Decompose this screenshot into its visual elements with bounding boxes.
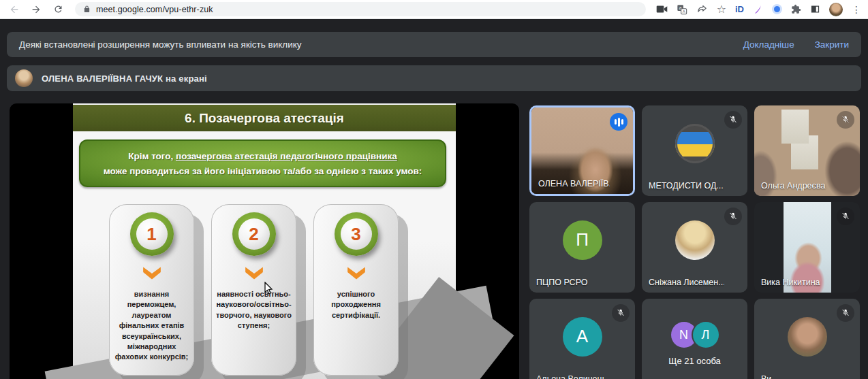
camera-icon[interactable] (656, 5, 668, 14)
participant-name: Ольга Андреєва (761, 181, 837, 191)
ukraine-flag-avatar (675, 124, 715, 163)
pen-extension-icon[interactable] (753, 4, 763, 14)
extensions-puzzle-icon[interactable] (791, 4, 801, 14)
participant-tile-vika[interactable]: Вика Никитина (754, 202, 860, 293)
participant-tile-metodysty[interactable]: МЕТОДИСТИ ОД... (642, 105, 747, 196)
more-participants-label: Ще 21 особа (642, 356, 747, 366)
mic-off-icon (837, 208, 854, 225)
participant-tile-more[interactable]: N Л Ще 21 особа (642, 299, 747, 379)
extension-warning-banner: Деякі встановлені розширення можуть впли… (7, 32, 861, 57)
participant-name: ОЛЕНА ВАЛЕРІЇВ... (538, 179, 610, 188)
participant-name: Альона Волинець (536, 374, 612, 379)
participant-name: Ви (761, 374, 837, 379)
svg-text:A: A (682, 10, 685, 14)
share-icon[interactable] (696, 4, 708, 14)
number-badge: 3 (335, 212, 378, 256)
participant-grid: ОЛЕНА ВАЛЕРІЇВ... МЕТОДИСТИ ОД... Ольга … (529, 105, 860, 379)
slide-title: 6. Позачергова атестація (185, 111, 344, 126)
back-icon[interactable] (7, 2, 22, 17)
participant-name: Вика Никитина (761, 278, 837, 287)
id-extension-icon[interactable]: iD (735, 4, 744, 14)
participant-name: ПЦПО РСРО (536, 278, 612, 287)
close-banner-link[interactable]: Закрити (815, 39, 849, 50)
number-badge: 1 (130, 212, 174, 256)
warning-message: Деякі встановлені розширення можуть впли… (19, 39, 723, 50)
mic-off-icon (724, 111, 742, 129)
letter-avatar: П (563, 220, 602, 260)
browser-profile-avatar[interactable] (829, 3, 843, 16)
condition-card-3: 3 успішного проходження сертифікації. (313, 204, 399, 376)
record-extension-icon[interactable] (772, 4, 782, 14)
letter-avatar-l: Л (693, 322, 719, 348)
url-text: meet.google.com/vpu-ethr-zuk (96, 5, 213, 14)
photo-avatar (675, 220, 715, 260)
chevron-down-icon (142, 267, 162, 280)
condition-card-1: 1 визнання переможцем, лауреатом фінальн… (109, 204, 194, 376)
mouse-cursor (264, 282, 274, 295)
participant-tile-alona[interactable]: А Альона Волинець (529, 299, 635, 379)
participant-tile-pcpo[interactable]: П ПЦПО РСРО (529, 202, 635, 293)
translate-icon[interactable]: aA (677, 4, 687, 15)
address-bar[interactable]: meet.google.com/vpu-ethr-zuk (75, 2, 646, 16)
reload-icon[interactable] (50, 2, 65, 17)
mic-off-icon (724, 208, 742, 225)
participant-tile-snizhana[interactable]: Сніжана Лисемен... (642, 202, 747, 293)
browser-menu-icon[interactable]: ⋮ (852, 5, 861, 14)
mic-off-icon (837, 111, 854, 129)
meet-page: Деякі встановлені розширення можуть впли… (0, 19, 868, 379)
forward-icon[interactable] (29, 2, 44, 17)
participant-name: МЕТОДИСТИ ОД... (649, 181, 724, 191)
photo-avatar (788, 317, 827, 357)
intro-line-1: Крім того, позачергова атестація педагог… (128, 151, 397, 161)
slide-intro-box: Крім того, позачергова атестація педагог… (79, 139, 446, 187)
condition-text: визнання переможцем, лауреатом фінальних… (109, 289, 194, 363)
condition-text: успішного проходження сертифікації. (313, 289, 399, 320)
letter-avatar: А (563, 317, 602, 357)
participant-tile-you[interactable]: Ви (754, 299, 860, 379)
condition-text: наявності освітньо-наукового/освітньо-тв… (211, 289, 296, 331)
chevron-down-icon (244, 267, 264, 280)
learn-more-link[interactable]: Докладніше (743, 39, 794, 50)
mic-off-icon (837, 304, 854, 322)
bookmark-star-icon[interactable]: ☆ (717, 4, 726, 15)
presentation-slide: 6. Позачергова атестація Крім того, поза… (73, 103, 456, 379)
number-badge: 2 (232, 212, 276, 256)
participant-tile-olena[interactable]: ОЛЕНА ВАЛЕРІЇВ... (529, 105, 635, 196)
participant-name: Сніжана Лисемен... (649, 278, 724, 287)
presenting-text: ОЛЕНА ВАЛЕРІЇВНА ГАЧУК на екрані (42, 73, 207, 84)
condition-card-2: 2 наявності освітньо-наукового/освітньо-… (211, 204, 296, 376)
presenting-banner: ОЛЕНА ВАЛЕРІЇВНА ГАЧУК на екрані (7, 65, 861, 91)
chevron-down-icon (346, 267, 367, 280)
mic-off-icon (612, 304, 630, 322)
speaking-indicator-icon (610, 113, 627, 131)
browser-toolbar: meet.google.com/vpu-ethr-zuk aA ☆ iD ⋮ (0, 0, 868, 19)
participant-tile-olga[interactable]: Ольга Андреєва (754, 105, 860, 196)
presenter-avatar (15, 69, 33, 87)
sidepanel-icon[interactable] (810, 4, 820, 14)
lock-icon (83, 5, 91, 14)
screen-share-stage[interactable]: 6. Позачергова атестація Крім того, поза… (10, 103, 519, 379)
intro-line-2: може проводиться за його ініціативою та/… (104, 166, 422, 176)
slide-title-bar: 6. Позачергова атестація (73, 105, 456, 131)
